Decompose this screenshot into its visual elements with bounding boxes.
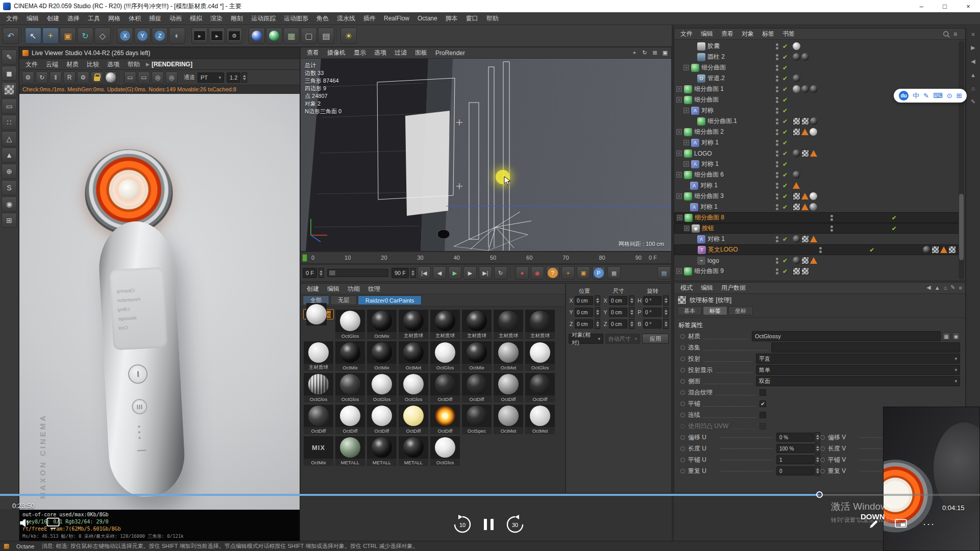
texture-tag-icon[interactable] (793, 267, 800, 275)
loop-button[interactable]: ↻ (494, 266, 507, 280)
tree-row[interactable]: -Λ对称✔ (674, 105, 959, 116)
visibility-dots[interactable] (773, 183, 780, 189)
tree-expander[interactable]: - (676, 172, 682, 178)
lv-menu-选项[interactable]: 选项 (103, 59, 124, 70)
enabled-check-icon[interactable]: ✔ (780, 150, 790, 157)
enabled-check-icon[interactable]: ✔ (780, 86, 790, 93)
material-item[interactable]: OctMix (335, 341, 365, 371)
more-options-icon[interactable]: ··· (923, 519, 935, 530)
material-item[interactable]: OctDiff (430, 372, 460, 403)
edit-pencil-icon[interactable] (868, 518, 879, 530)
texture-tag-icon[interactable] (801, 267, 809, 275)
lv-lock-icon[interactable] (91, 71, 103, 84)
environment-floor[interactable]: ▦ (283, 28, 300, 44)
parameter-select-投射[interactable]: 平直▾ (756, 354, 960, 364)
tree-row[interactable]: -细分曲面✔ (674, 62, 959, 73)
timeline-ruler[interactable]: 0102030405060708090 0 F (300, 252, 672, 264)
volume-icon[interactable] (18, 516, 32, 530)
autokey-button[interactable]: ◉ (531, 266, 544, 280)
parameter-checkbox-使用凹凸 UVW[interactable] (760, 423, 766, 430)
material-item[interactable]: OctGlos (335, 309, 365, 340)
material-tag-icon[interactable] (810, 192, 817, 200)
enabled-check-icon[interactable]: ✔ (780, 182, 790, 189)
material-item[interactable]: 主材质球 (398, 309, 429, 340)
material-link-icon[interactable]: ◉ (952, 332, 960, 340)
parameter-field-选集[interactable] (771, 342, 960, 353)
coordinate-field[interactable]: 0 ° (643, 296, 662, 305)
material-tag-icon[interactable] (810, 128, 817, 136)
enabled-check-icon[interactable]: ✔ (780, 96, 790, 104)
tree-expander[interactable]: - (683, 65, 689, 70)
tree-expander[interactable]: - (676, 86, 682, 92)
warning-tag-icon[interactable] (810, 236, 817, 242)
key-scale-button[interactable]: ▣ (577, 266, 590, 280)
menu-插件[interactable]: 插件 (359, 13, 380, 24)
visibility-dots[interactable] (773, 204, 780, 210)
menu-文件[interactable]: 文件 (2, 13, 22, 24)
up-icon[interactable]: ▲ (935, 285, 940, 291)
material-item[interactable]: OctGlos (398, 372, 429, 403)
material-item[interactable]: 主材质球 (525, 309, 555, 340)
dock-menu-icon[interactable]: ≡ (971, 31, 974, 37)
ime-pen-icon[interactable]: ✎ (923, 92, 929, 99)
forward-30-button[interactable]: 30 (505, 514, 525, 535)
tree-expander[interactable]: - (676, 151, 682, 156)
tree-row[interactable]: -细分曲面 9✔ (674, 266, 959, 277)
coordinate-system[interactable]: ◐ (169, 28, 185, 44)
menu-RealFlow[interactable]: RealFlow (380, 13, 413, 23)
enable-snap[interactable]: ◉ (2, 196, 17, 212)
lv-menu-文件[interactable]: 文件 (21, 59, 42, 70)
lv-region-icon[interactable]: R (63, 71, 76, 84)
minimize-button[interactable]: – (910, 0, 933, 12)
enabled-check-icon[interactable]: ✔ (780, 193, 790, 200)
play-button[interactable]: ▶ (448, 266, 461, 280)
am-menu-编辑[interactable]: 编辑 (697, 282, 717, 294)
frame-stepper[interactable] (318, 268, 324, 278)
material-item[interactable]: OctDiff (525, 372, 555, 403)
list-menu-icon[interactable]: ≡ (959, 285, 962, 291)
texture-tag-icon[interactable] (793, 128, 800, 136)
enabled-check-icon[interactable]: ✔ (890, 214, 899, 221)
visibility-dots[interactable] (773, 258, 780, 264)
material-item[interactable]: OctDiff (461, 372, 492, 403)
enabled-check-icon[interactable]: ✔ (780, 75, 790, 82)
ime-keyboard-icon[interactable]: ⌨ (933, 92, 943, 99)
visibility-dots[interactable] (773, 236, 780, 242)
warning-tag-icon[interactable] (801, 129, 808, 135)
parameter-select-侧面[interactable]: 双面▾ (756, 376, 960, 386)
ime-user-icon[interactable]: ⊙ (947, 92, 952, 99)
warning-tag-icon[interactable] (940, 246, 947, 253)
parameter-field-材质[interactable]: OctGlossy (752, 331, 941, 341)
coordinate-field[interactable]: 0 ° (643, 308, 662, 317)
enabled-check-icon[interactable]: ✔ (780, 139, 790, 146)
rewind-10-button[interactable]: 10 (452, 514, 473, 535)
visibility-dots[interactable] (817, 247, 824, 253)
next-frame-button[interactable]: ▶ (463, 266, 477, 280)
danmaku-screen-icon[interactable] (46, 516, 60, 530)
material-item[interactable]: OctSpec (461, 404, 492, 435)
om-menu-标签[interactable]: 标签 (758, 28, 778, 40)
material-tag-icon[interactable] (801, 53, 809, 61)
menu-编辑[interactable]: 编辑 (22, 13, 43, 24)
material-tag-icon[interactable] (793, 42, 800, 50)
tree-row[interactable]: -Λ对称 1✔ (674, 137, 959, 148)
material-item[interactable]: MIXOctMix (303, 436, 334, 466)
material-item[interactable]: 主材质球 (493, 309, 524, 340)
dock-expand-icon[interactable]: ▶ (971, 44, 975, 51)
material-item[interactable]: OctMix (461, 341, 492, 371)
material-item[interactable]: OctGlos (430, 436, 460, 466)
visibility-dots[interactable] (773, 118, 780, 124)
menu-渲染[interactable]: 渲染 (206, 13, 227, 24)
om-menu-编辑[interactable]: 编辑 (697, 28, 717, 40)
video-progress-handle[interactable] (816, 491, 823, 498)
visibility-dots[interactable] (773, 140, 780, 146)
tree-row[interactable]: 胶囊✔ (674, 41, 959, 52)
visibility-dots[interactable] (773, 65, 780, 71)
material-tag-icon[interactable] (793, 257, 800, 264)
warning-tag-icon[interactable] (801, 204, 808, 210)
visibility-dots[interactable] (773, 161, 780, 167)
parameter-field-平铺 U[interactable]: 1 (776, 455, 814, 464)
tree-row[interactable]: -LOGO✔ (674, 148, 959, 159)
material-tag-icon[interactable] (810, 117, 818, 125)
parameter-stepper[interactable] (815, 443, 820, 454)
